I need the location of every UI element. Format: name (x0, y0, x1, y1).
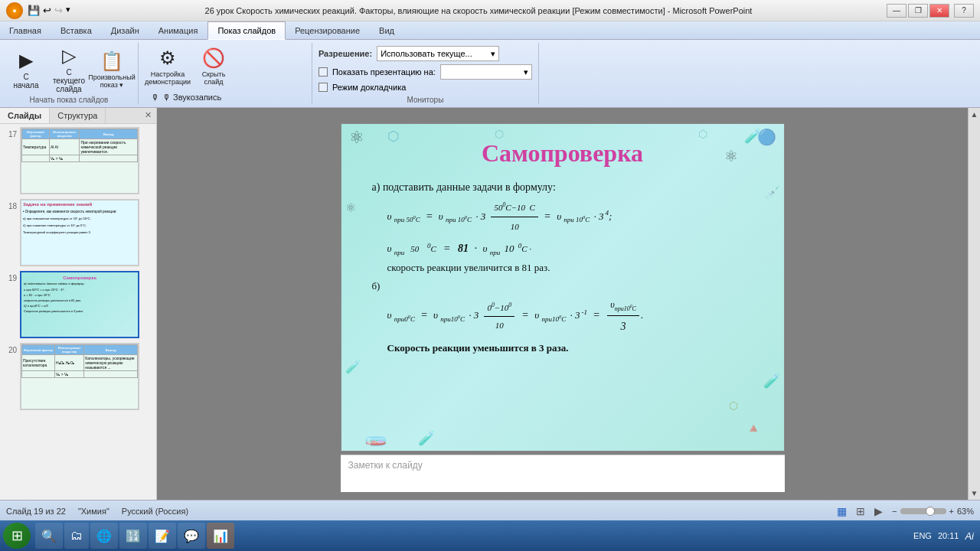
notes-placeholder: Заметки к слайду (348, 460, 423, 471)
tab-design[interactable]: Дизайн (102, 21, 149, 39)
label-b: б) (372, 280, 753, 292)
slide-thumb-19: Самопроверка а) подставить данные задачи… (20, 271, 139, 338)
ribbon-group-settings: ⚙ Настройкадемонстрации 🚫 Скрытьслайд 🎙 … (139, 43, 312, 104)
slide-title: Самопроверка (341, 139, 784, 168)
show-on-arrow: ▾ (524, 67, 528, 77)
taskbar-explorer[interactable]: 🗂 (64, 523, 89, 549)
resolution-dropdown[interactable]: Использовать текуще... ▾ (377, 46, 499, 61)
slideshow-view-button[interactable]: ▶ (871, 504, 886, 519)
show-on-row: Показать презентацию на: ▾ (318, 64, 532, 80)
zoom-in-button[interactable]: + (949, 507, 954, 516)
chat-icon: 💬 (184, 529, 199, 543)
custom-show-button[interactable]: 📋 Произвольныйпоказ ▾ (92, 46, 132, 92)
normal-view-button[interactable]: ▦ (834, 504, 850, 519)
status-left: Слайд 19 из 22 "Химия" Русский (Россия) (6, 507, 188, 516)
slide-thumb-20: Изучаемый факторИспользуемые веществаВыв… (20, 343, 139, 410)
taskbar-browser[interactable]: 🌐 (90, 523, 118, 549)
taskbar-powerpoint[interactable]: 📊 (207, 523, 234, 549)
scroll-down-arrow[interactable]: ▼ (969, 487, 980, 500)
theme-name: "Химия" (78, 507, 109, 516)
slide-thumb-18: Задача на применение знаний • Определите… (20, 199, 139, 266)
taskbar-word[interactable]: 📝 (149, 523, 176, 549)
taskbar: ⊞ 🔍 🗂 🌐 🔢 📝 💬 📊 ENG 20:11 Ai (0, 520, 980, 551)
start-from-current-button[interactable]: ▷ С текущегослайда (49, 46, 89, 92)
save-icon[interactable]: 💾 (28, 5, 40, 16)
setup-show-label: Настройкадемонстрации (145, 70, 191, 86)
start-button[interactable]: ⊞ (3, 523, 31, 549)
show-on-dropdown[interactable]: ▾ (440, 64, 532, 80)
explorer-icon: 🗂 (70, 529, 83, 543)
panel-tabs: Слайды Структура ✕ (0, 108, 156, 124)
tab-home[interactable]: Главная (0, 21, 51, 39)
maximize-button[interactable]: ❐ (908, 4, 928, 18)
taskbar-chat[interactable]: 💬 (178, 523, 205, 549)
ribbon-tab-bar: Главная Вставка Дизайн Анимация Показ сл… (0, 21, 980, 40)
hide-icon: 🚫 (202, 47, 225, 69)
slide-item-20[interactable]: 20 Изучаемый факторИспользуемые вещества… (3, 343, 153, 410)
slide-sorter-button[interactable]: ⊞ (853, 504, 868, 519)
minimize-button[interactable]: — (887, 4, 906, 18)
start-from-current-label: С текущегослайда (51, 68, 87, 93)
slide-content: а) подставить данные задачи в формулу: υ… (372, 181, 753, 435)
start-icon: ▶ (19, 50, 33, 71)
undo-icon[interactable]: ↩ (43, 5, 51, 16)
tab-view[interactable]: Вид (370, 21, 404, 39)
deco-flask-ml: 🧪 (345, 360, 361, 374)
tab-animation[interactable]: Анимация (149, 21, 208, 39)
slide-number-19: 19 (3, 274, 17, 282)
slide-number-18: 18 (3, 202, 17, 210)
slide-item-17[interactable]: 17 Изучаемый факторИспользуемые вещества… (3, 127, 153, 194)
formula-block-b: υ при00С = υ при100С · 3 00−100 10 = υ п… (387, 295, 753, 354)
slide-list: 17 Изучаемый факторИспользуемые вещества… (0, 124, 156, 500)
search-icon: 🔍 (41, 529, 57, 543)
tray-ai-label: Ai (965, 530, 974, 542)
tab-insert[interactable]: Вставка (51, 21, 102, 39)
show-on-check[interactable] (318, 67, 328, 77)
slide-info: Слайд 19 из 22 (6, 507, 66, 516)
ribbon-content: ▶ Сначала ▷ С текущегослайда 📋 Произволь… (0, 40, 980, 107)
taskbar-search[interactable]: 🔍 (35, 523, 63, 549)
panel-close-button[interactable]: ✕ (140, 108, 156, 123)
hide-slide-button[interactable]: 🚫 Скрытьслайд (194, 43, 234, 89)
tray-lang: ENG (913, 531, 932, 540)
setup-show-button[interactable]: ⚙ Настройкадемонстрации (145, 43, 191, 89)
tab-slideshow[interactable]: Показ слайдов (207, 21, 286, 40)
hide-slide-label: Скрытьслайд (202, 70, 226, 86)
browser-icon: 🌐 (96, 529, 112, 543)
tab-slides[interactable]: Слайды (0, 108, 50, 123)
deco-atom-ml: ⚛ (345, 201, 356, 215)
taskbar-calculator[interactable]: 🔢 (119, 523, 147, 549)
record-icon: 🎙 (151, 93, 159, 102)
dropdown-arrow: ▾ (491, 49, 495, 59)
language: Русский (Россия) (122, 507, 188, 516)
deco-needle-r: 💉 (765, 185, 780, 200)
slide-number-17: 17 (3, 130, 17, 139)
start-from-beginning-label: Сначала (13, 73, 38, 90)
word-icon: 📝 (155, 529, 170, 543)
show-on-label: Показать презентацию на: (332, 67, 436, 77)
zoom-slider[interactable] (900, 508, 946, 514)
window-controls: — ❐ ✕ ? (887, 4, 974, 18)
record-button[interactable]: 🎙 🎙 Звукозапись (148, 90, 305, 104)
slide-item-19[interactable]: 19 Самопроверка а) подставить данные зад… (3, 271, 153, 338)
tab-review[interactable]: Рецензирование (286, 21, 370, 39)
formula-a-line2: υ при 50 0С = 81 · υ при 10 0С · (387, 239, 753, 259)
slide-view: ⚛ ⬡ ⚛ 🔵 🧪 💉 🧪 🔺 🧫 🧪 ⚛ 🧪 ⬡ ⬡ ⬡ Самопровер… (157, 108, 968, 500)
close-button[interactable]: ✕ (929, 4, 949, 18)
resolution-row: Разрешение: Использовать текуще... ▾ (318, 46, 499, 61)
presenter-check[interactable] (318, 83, 328, 92)
ribbon-group-start: ▶ Сначала ▷ С текущегослайда 📋 Произволь… (0, 43, 139, 104)
ribbon-group-monitors: Разрешение: Использовать текуще... ▾ Пок… (312, 43, 539, 104)
tab-structure[interactable]: Структура (50, 108, 106, 123)
scroll-up-arrow[interactable]: ▲ (969, 108, 980, 121)
subtitle-a: а) подставить данные задачи в формулу: (372, 181, 753, 194)
slide-item-18[interactable]: 18 Задача на применение знаний • Определ… (3, 199, 153, 266)
redo-icon[interactable]: ↪ (54, 5, 63, 16)
start-from-beginning-button[interactable]: ▶ Сначала (6, 46, 46, 92)
zoom-out-button[interactable]: − (892, 507, 897, 516)
help-button[interactable]: ? (954, 4, 974, 18)
custom-show-label: Произвольныйпоказ ▾ (88, 73, 136, 89)
system-tray: ENG 20:11 Ai (913, 530, 977, 542)
tray-time: 20:11 (938, 531, 959, 540)
slide-panel: Слайды Структура ✕ 17 Изучаемый факторИс… (0, 108, 157, 500)
